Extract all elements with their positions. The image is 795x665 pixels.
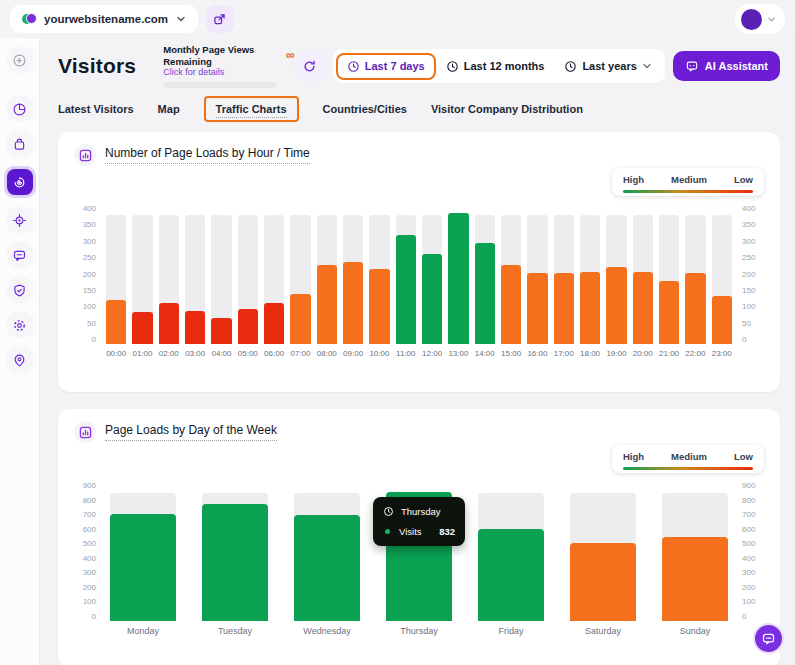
bar-12:00[interactable]	[422, 254, 442, 344]
bar-08:00[interactable]	[317, 265, 337, 344]
refresh-icon	[302, 59, 317, 74]
user-menu[interactable]	[735, 4, 785, 34]
y-tick: 400	[83, 204, 96, 213]
bar-column[interactable]: 23:00	[712, 204, 732, 344]
bar-column[interactable]: Wednesday	[294, 481, 360, 621]
bar-07:00[interactable]	[290, 294, 310, 344]
bar-Sunday[interactable]	[662, 537, 728, 621]
bar-column[interactable]: 22:00	[685, 204, 705, 344]
support-chat-button[interactable]	[753, 623, 784, 654]
bar-column[interactable]: 04:00	[211, 204, 231, 344]
tab-visitor-company-distribution[interactable]: Visitor Company Distribution	[431, 103, 583, 115]
bar-02:00[interactable]	[159, 303, 179, 344]
bar-01:00[interactable]	[132, 312, 152, 344]
bar-22:00[interactable]	[685, 273, 705, 344]
bar-03:00[interactable]	[185, 311, 205, 344]
bar-column[interactable]: Saturday	[570, 481, 636, 621]
tab-traffic-charts[interactable]: Traffic Charts	[204, 96, 299, 122]
sidebar-item-orders[interactable]	[7, 131, 33, 157]
bar-06:00[interactable]	[264, 303, 284, 344]
bar-column[interactable]: 00:00	[106, 204, 126, 344]
bar-Tuesday[interactable]	[202, 504, 268, 621]
plot-area: 00:0001:0002:0003:0004:0005:0006:0007:00…	[98, 204, 740, 344]
bar-column[interactable]: 09:00	[343, 204, 363, 344]
bar-column[interactable]: 12:00	[422, 204, 442, 344]
legend-medium: Medium	[671, 174, 707, 185]
website-selector[interactable]: yourwebsitename.com	[10, 5, 198, 33]
bar-column[interactable]: 15:00	[501, 204, 521, 344]
bar-23:00[interactable]	[712, 296, 732, 344]
sidebar-item-visitors[interactable]	[4, 166, 36, 198]
bar-Saturday[interactable]	[570, 543, 636, 621]
sidebar	[0, 38, 40, 665]
monthly-views-details-link[interactable]: Click for details	[163, 67, 277, 77]
bar-column[interactable]: 20:00	[633, 204, 653, 344]
bar-00:00[interactable]	[106, 300, 126, 344]
bar-column[interactable]: 21:00	[659, 204, 679, 344]
bar-10:00[interactable]	[369, 269, 389, 344]
tab-label: Traffic Charts	[216, 103, 287, 118]
tab-map[interactable]: Map	[158, 103, 180, 115]
bar-column[interactable]: 14:00	[475, 204, 495, 344]
bar-column[interactable]: 13:00	[448, 204, 468, 344]
bar-Monday[interactable]	[110, 514, 176, 621]
sidebar-item-location[interactable]	[7, 347, 33, 373]
bar-Friday[interactable]	[478, 529, 544, 621]
x-label: Saturday	[585, 626, 621, 636]
bar-13:00[interactable]	[448, 213, 468, 344]
bar-column[interactable]: 03:00	[185, 204, 205, 344]
bar-18:00[interactable]	[580, 272, 600, 344]
sidebar-item-goals[interactable]	[7, 207, 33, 233]
topbar: yourwebsitename.com	[0, 0, 795, 38]
sidebar-item-settings[interactable]	[7, 312, 33, 338]
bar-16:00[interactable]	[527, 273, 547, 344]
bar-column[interactable]: 02:00	[159, 204, 179, 344]
bar-chart-icon	[79, 426, 92, 439]
bar-column[interactable]: 05:00	[238, 204, 258, 344]
bar-09:00[interactable]	[343, 262, 363, 344]
bar-column[interactable]: 17:00	[554, 204, 574, 344]
bar-column[interactable]: 08:00	[317, 204, 337, 344]
bar-19:00[interactable]	[606, 267, 626, 344]
bar-column[interactable]: Tuesday	[202, 481, 268, 621]
tab-latest-visitors[interactable]: Latest Visitors	[58, 103, 134, 115]
bar-column[interactable]: 10:00	[369, 204, 389, 344]
sidebar-item-feedback[interactable]	[7, 242, 33, 268]
bar-Wednesday[interactable]	[294, 515, 360, 621]
website-name: yourwebsitename.com	[44, 13, 168, 25]
tab-countries-cities[interactable]: Countries/Cities	[323, 103, 407, 115]
bar-11:00[interactable]	[396, 235, 416, 344]
bar-column[interactable]: 06:00	[264, 204, 284, 344]
hourly-chart-card: Number of Page Loads by Hour / Time High…	[58, 132, 780, 392]
bar-21:00[interactable]	[659, 281, 679, 344]
bar-column[interactable]: Friday	[478, 481, 544, 621]
sidebar-collapse-button[interactable]	[7, 47, 33, 73]
ai-chat-icon	[685, 59, 699, 73]
bar-15:00[interactable]	[501, 265, 521, 344]
bar-column[interactable]: 19:00	[606, 204, 626, 344]
bar-column[interactable]: 01:00	[132, 204, 152, 344]
bar-20:00[interactable]	[633, 272, 653, 344]
external-link-icon	[212, 12, 227, 27]
bar-column[interactable]: Sunday	[662, 481, 728, 621]
refresh-button[interactable]	[295, 51, 325, 81]
bar-04:00[interactable]	[211, 318, 231, 344]
bar-column[interactable]: 16:00	[527, 204, 547, 344]
bar-column[interactable]: 07:00	[290, 204, 310, 344]
bar-17:00[interactable]	[554, 273, 574, 344]
goals-target-icon	[12, 213, 27, 228]
bar-column[interactable]: Monday	[110, 481, 176, 621]
bar-column[interactable]: 18:00	[580, 204, 600, 344]
bar-05:00[interactable]	[238, 309, 258, 344]
range-last-12-months[interactable]: Last 12 months	[436, 54, 555, 79]
range-last-years[interactable]: Last years	[554, 54, 661, 79]
y-tick: 0	[742, 335, 746, 344]
range-last-7-days[interactable]: Last 7 days	[336, 53, 436, 80]
open-website-button[interactable]	[206, 5, 234, 33]
sidebar-item-security[interactable]	[7, 277, 33, 303]
ai-assistant-button[interactable]: AI Assistant	[673, 51, 780, 81]
bar-column[interactable]: 11:00	[396, 204, 416, 344]
bar-14:00[interactable]	[475, 243, 495, 345]
weekly-chart-card: Page Loads by Day of the Week High Mediu…	[58, 409, 780, 665]
sidebar-item-analytics[interactable]	[7, 96, 33, 122]
